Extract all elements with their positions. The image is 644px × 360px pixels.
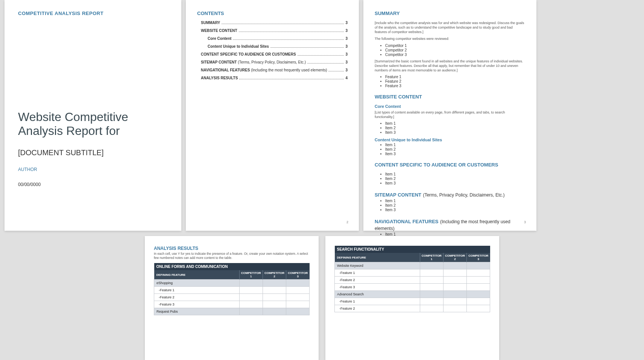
- col-defining-feature: DEFINING FEATURE: [154, 270, 240, 280]
- value-cell: [420, 291, 443, 298]
- value-cell: [443, 298, 466, 305]
- list-item: Item 2: [385, 147, 525, 151]
- value-cell: [286, 308, 310, 315]
- feature-cell: -Feature 2: [335, 277, 420, 284]
- list-item: Item 3: [385, 152, 525, 156]
- report-author: AUTHOR: [18, 167, 168, 172]
- list-item: Item 1: [385, 199, 525, 203]
- value-cell: [239, 301, 263, 308]
- report-title: Website Competitive Analysis Report for: [18, 110, 168, 138]
- toc-page: 3: [345, 36, 348, 41]
- feature-cell: -Feature 1: [335, 298, 420, 305]
- summarized-hint: [Summarized the basic content found in a…: [375, 59, 525, 73]
- list-item: Item 1: [385, 143, 525, 147]
- toc-page: 3: [345, 52, 348, 56]
- feature-cell: -Feature 2: [335, 305, 420, 312]
- list-item: Item 2: [385, 126, 525, 130]
- audience-header: CONTENT SPECIFIC TO AUDIENCE OR CUSTOMER…: [375, 162, 525, 168]
- table-row: eShopping: [154, 280, 310, 287]
- core-hint: [List types of content available on ever…: [375, 110, 525, 119]
- col-competitor-2: COMPETITOR 2: [263, 270, 286, 280]
- value-cell: [286, 280, 310, 287]
- page-row-top: COMPETITIVE ANALYSIS REPORT Website Comp…: [0, 0, 644, 231]
- toc-label: NAVIGATIONAL FEATURES (Including the mos…: [201, 68, 327, 72]
- list-item: Feature 3: [385, 84, 525, 88]
- table-title: SEARCH FUNCTIONALITY: [335, 246, 490, 253]
- value-cell: [286, 294, 310, 301]
- value-cell: [467, 298, 490, 305]
- value-cell: [443, 269, 466, 277]
- value-cell: [443, 277, 466, 284]
- list-item: Item 3: [385, 208, 525, 212]
- sitemap-items-list: Item 1Item 2Item 3: [375, 199, 525, 212]
- analysis-results-desc: In each cell, use Y for yes to indicate …: [154, 252, 310, 260]
- value-cell: [263, 280, 286, 287]
- value-cell: [443, 291, 466, 298]
- col-competitor-1: COMPETITOR 1: [239, 270, 263, 280]
- value-cell: [467, 291, 490, 298]
- list-item: Competitor 1: [385, 44, 525, 48]
- toc-page: 3: [345, 44, 348, 48]
- toc-label: WEBSITE CONTENT: [201, 29, 237, 33]
- value-cell: [420, 262, 443, 269]
- audience-items-list: Item 1Item 2Item 3: [375, 172, 525, 185]
- analysis-results-title: ANALYSIS RESULTS: [154, 246, 310, 251]
- toc-page: 4: [345, 76, 348, 80]
- page-row-bottom: ANALYSIS RESULTS In each cell, use Y for…: [0, 231, 644, 360]
- col-competitor-2: COMPETITOR 2: [443, 253, 466, 262]
- table-row: -Feature 1: [335, 298, 490, 305]
- online-forms-table: ONLINE FORMS AND COMMUNICATION DEFINING …: [154, 263, 310, 315]
- value-cell: [467, 284, 490, 291]
- table-row: -Feature 1: [154, 287, 310, 294]
- value-cell: [239, 308, 263, 315]
- analysis-results-page: ANALYSIS RESULTS In each cell, use Y for…: [145, 236, 319, 360]
- core-items-list: Item 1Item 2Item 3: [375, 121, 525, 135]
- feature-cell: eShopping: [154, 280, 240, 287]
- page-number: 2: [346, 220, 348, 224]
- col-competitor-3: COMPETITOR 3: [286, 270, 310, 280]
- col-defining-feature: DEFINING FEATURE: [335, 253, 420, 262]
- value-cell: [420, 277, 443, 284]
- value-cell: [420, 284, 443, 291]
- table-title: ONLINE FORMS AND COMMUNICATION: [154, 263, 310, 270]
- value-cell: [263, 308, 286, 315]
- features-list: Feature 1Feature 2Feature 3: [375, 75, 525, 88]
- table-row: Advanced Search: [335, 291, 490, 298]
- feature-cell: -Feature 3: [335, 284, 420, 291]
- value-cell: [420, 298, 443, 305]
- list-item: Competitor 2: [385, 48, 525, 52]
- value-cell: [467, 305, 490, 312]
- page-number: 3: [524, 220, 526, 224]
- toc-entry: CONTENT SPECIFIC TO AUDIENCE OR CUSTOMER…: [201, 52, 348, 56]
- value-cell: [420, 305, 443, 312]
- summary-hint: [Include who the competitive analysis wa…: [375, 21, 525, 34]
- sitemap-header-row: SITEMAP CONTENT (Terms, Privacy Policy, …: [375, 191, 525, 198]
- table-row: -Feature 1: [335, 269, 490, 277]
- list-item: Feature 2: [385, 79, 525, 83]
- list-item: Competitor 3: [385, 53, 525, 57]
- table-row: -Feature 2: [335, 277, 490, 284]
- list-item: Feature 1: [385, 75, 525, 79]
- toc-label: Core Content: [208, 36, 231, 41]
- contents-header: CONTENTS: [197, 11, 348, 16]
- search-functionality-table: SEARCH FUNCTIONALITY DEFINING FEATURE CO…: [334, 246, 490, 312]
- toc-entry: Content Unique to Individual Sites3: [201, 44, 348, 48]
- feature-cell: -Feature 3: [154, 301, 240, 308]
- value-cell: [467, 277, 490, 284]
- website-content-header: WEBSITE CONTENT: [375, 94, 525, 100]
- sitemap-suffix: (Terms, Privacy Policy, Disclaimers, Etc…: [423, 192, 504, 198]
- feature-cell: Website Keyword: [335, 262, 420, 269]
- unique-items-list: Item 1Item 2Item 3: [375, 143, 525, 156]
- value-cell: [467, 262, 490, 269]
- value-cell: [239, 280, 263, 287]
- table-row: -Feature 3: [154, 301, 310, 308]
- table-row: -Feature 3: [335, 284, 490, 291]
- core-content-header: Core Content: [375, 104, 525, 109]
- value-cell: [443, 305, 466, 312]
- list-item: Item 3: [385, 181, 525, 185]
- list-item: Item 2: [385, 177, 525, 181]
- toc-entry: SUMMARY3: [201, 21, 348, 25]
- value-cell: [286, 301, 310, 308]
- competitors-list: Competitor 1Competitor 2Competitor 3: [375, 44, 525, 57]
- list-item: Item 1: [385, 172, 525, 176]
